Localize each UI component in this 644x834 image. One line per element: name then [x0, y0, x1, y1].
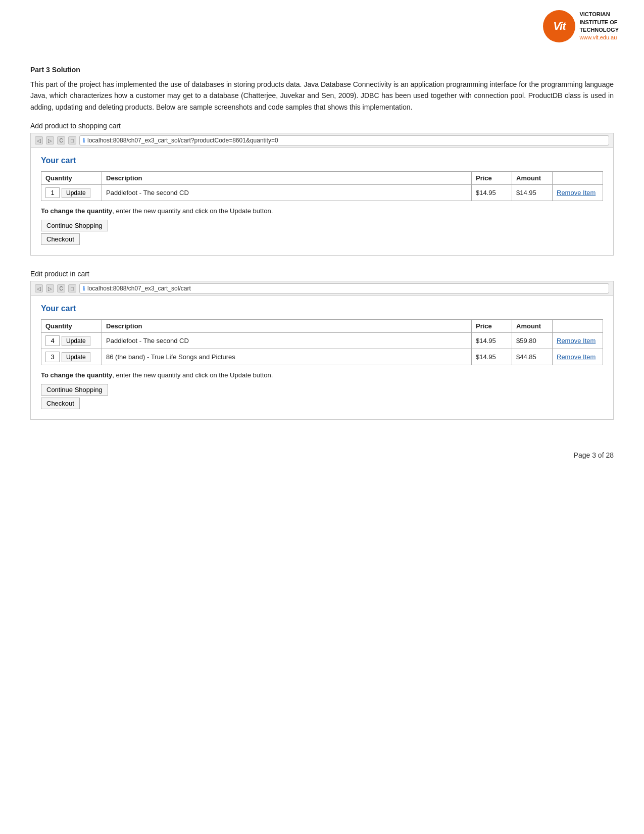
desc-cell-2-0: Paddlefoot - The second CD [102, 333, 472, 349]
price-cell-2-1: $14.95 [472, 349, 512, 365]
continue-shopping-btn-2[interactable]: Continue Shopping [41, 384, 108, 396]
body-text: This part of the project has implemented… [30, 79, 614, 113]
table-row: Update 86 (the band) - True Life Songs a… [41, 349, 603, 365]
update-btn-1-0[interactable]: Update [62, 188, 90, 198]
col-header-qty-2: Quantity [41, 320, 102, 333]
bookmark-button-2[interactable]: □ [68, 284, 76, 292]
action-cell-2-0: Remove Item [553, 333, 603, 349]
checkout-btn-1[interactable]: Checkout [41, 233, 80, 245]
cart-title-2: Your cart [41, 304, 603, 313]
amount-cell-2-0: $59.80 [512, 333, 553, 349]
logo-line3: TECHNOLOGY [579, 26, 619, 34]
cart-hint-1: To change the quantity, enter the new qu… [41, 207, 603, 215]
forward-button-1[interactable]: ▷ [46, 136, 54, 144]
back-button-2[interactable]: ◁ [35, 284, 43, 292]
hint-rest-1: , enter the new quantity and click on th… [112, 207, 273, 215]
page-number: Page 3 of 28 [574, 451, 614, 459]
qty-cell-1-0: Update [41, 185, 102, 201]
logo-circle: Vit [543, 10, 575, 42]
info-icon-2: ℹ [83, 285, 85, 292]
checkout-btn-2[interactable]: Checkout [41, 398, 80, 409]
desc-cell-1-0: Paddlefoot - The second CD [102, 185, 472, 201]
amount-cell-2-1: $44.85 [512, 349, 553, 365]
cart-table-1: Quantity Description Price Amount Update… [41, 171, 603, 201]
col-header-amount-1: Amount [512, 172, 553, 185]
price-cell-1-0: $14.95 [472, 185, 512, 201]
forward-button-2[interactable]: ▷ [46, 284, 54, 292]
section1-label: Add product to shopping cart [30, 122, 614, 130]
qty-input-2-0[interactable] [45, 335, 60, 346]
col-header-desc-2: Description [102, 320, 472, 333]
logo-url: www.vit.edu.au [579, 34, 619, 41]
table-row: Update Paddlefoot - The second CD $14.95… [41, 185, 603, 201]
url-text-2: localhost:8088/ch07_ex3_cart_sol/cart [87, 285, 191, 292]
price-cell-2-0: $14.95 [472, 333, 512, 349]
col-header-price-2: Price [472, 320, 512, 333]
remove-item-link-1-0[interactable]: Remove Item [557, 189, 596, 197]
remove-item-link-2-0[interactable]: Remove Item [557, 337, 596, 345]
browser-bar-1: ◁ ▷ C □ ℹ localhost:8088/ch07_ex3_cart_s… [30, 133, 614, 148]
url-text-1: localhost:8088/ch07_ex3_cart_sol/cart?pr… [87, 137, 278, 144]
col-header-price-1: Price [472, 172, 512, 185]
logo-text-block: VICTORIAN INSTITUTE OF TECHNOLOGY www.vi… [579, 11, 619, 42]
url-bar-1[interactable]: ℹ localhost:8088/ch07_ex3_cart_sol/cart?… [79, 135, 609, 145]
cart-container-2: Your cart Quantity Description Price Amo… [30, 296, 614, 420]
update-btn-2-1[interactable]: Update [62, 352, 90, 362]
logo-area: Vit VICTORIAN INSTITUTE OF TECHNOLOGY ww… [543, 10, 619, 42]
url-bar-2[interactable]: ℹ localhost:8088/ch07_ex3_cart_sol/cart [79, 283, 609, 293]
qty-input-2-1[interactable] [45, 352, 60, 362]
update-btn-2-0[interactable]: Update [62, 336, 90, 346]
col-header-action-1 [553, 172, 603, 185]
col-header-qty-1: Quantity [41, 172, 102, 185]
logo-line2: INSTITUTE OF [579, 19, 619, 26]
page-footer: Page 3 of 28 [574, 451, 614, 459]
refresh-button-1[interactable]: C [57, 136, 65, 144]
qty-cell-2-1: Update [41, 349, 102, 365]
part-heading: Part 3 Solution [30, 66, 614, 74]
cart-hint-2: To change the quantity, enter the new qu… [41, 371, 603, 379]
continue-shopping-btn-1[interactable]: Continue Shopping [41, 220, 108, 231]
cart-title-1: Your cart [41, 156, 603, 165]
qty-cell-2-0: Update [41, 333, 102, 349]
hint-bold-1: To change the quantity [41, 207, 112, 215]
action-cell-1-0: Remove Item [553, 185, 603, 201]
refresh-button-2[interactable]: C [57, 284, 65, 292]
col-header-desc-1: Description [102, 172, 472, 185]
info-icon-1: ℹ [83, 137, 85, 144]
back-button-1[interactable]: ◁ [35, 136, 43, 144]
col-header-amount-2: Amount [512, 320, 553, 333]
col-header-action-2 [553, 320, 603, 333]
cart-table-2: Quantity Description Price Amount Update… [41, 319, 603, 365]
section2-label: Edit product in cart [30, 270, 614, 278]
remove-item-link-2-1[interactable]: Remove Item [557, 353, 596, 361]
logo-initials: Vit [553, 20, 565, 33]
desc-cell-2-1: 86 (the band) - True Life Songs and Pict… [102, 349, 472, 365]
logo-line1: VICTORIAN [579, 11, 619, 18]
table-row: Update Paddlefoot - The second CD $14.95… [41, 333, 603, 349]
hint-bold-2: To change the quantity [41, 371, 112, 379]
amount-cell-1-0: $14.95 [512, 185, 553, 201]
action-cell-2-1: Remove Item [553, 349, 603, 365]
qty-input-1-0[interactable] [45, 187, 60, 198]
browser-bar-2: ◁ ▷ C □ ℹ localhost:8088/ch07_ex3_cart_s… [30, 281, 614, 296]
bookmark-button-1[interactable]: □ [68, 136, 76, 144]
hint-rest-2: , enter the new quantity and click on th… [112, 371, 273, 379]
cart-container-1: Your cart Quantity Description Price Amo… [30, 148, 614, 256]
